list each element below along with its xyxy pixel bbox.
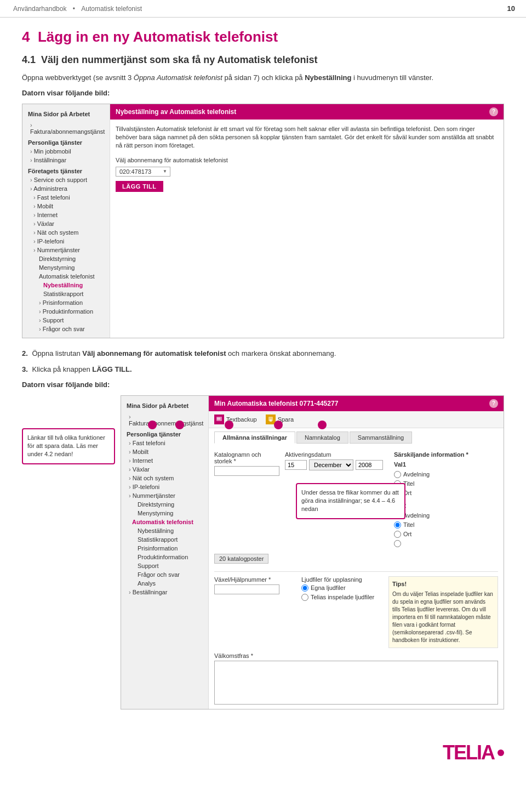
sidebar-service[interactable]: Service och support (22, 175, 110, 184)
sidebar2-mobilt[interactable]: Mobilt (121, 447, 208, 456)
callout-center-text: Under dessa tre flikar kommer du att gör… (301, 489, 399, 513)
textbackup-icon (214, 414, 224, 424)
tips-box: Tips! Om du väljer Telias inspelade ljud… (388, 576, 498, 648)
sidebar-jobbmobil[interactable]: Min jobbmobil (22, 147, 110, 156)
welcome-label: Välkomstfras * (214, 652, 498, 659)
lower-left: Växel/Hjälpnummer * (214, 576, 296, 648)
sidebar-support[interactable]: Support (22, 316, 110, 325)
sidebar-vaxlar[interactable]: Växlar (22, 219, 110, 228)
sidebar-auto-tele[interactable]: Automatisk telefonist (22, 272, 110, 281)
circle-marker-1 (148, 421, 157, 429)
sidebar-administrera[interactable]: Administrera (22, 184, 110, 193)
sidebar-nybestallning[interactable]: Nybeställning (22, 281, 110, 289)
count-text: 20 katalogposter (214, 554, 268, 564)
svg-rect-4 (270, 419, 272, 422)
welcome-textarea[interactable] (214, 661, 498, 705)
panel-body-1: Tillvalstjänsten Automatisk telefonist ä… (110, 120, 504, 198)
sidebar-direktstyrning[interactable]: Direktstyrning (22, 254, 110, 263)
date-row: December (285, 459, 383, 470)
col-katalog: Katalognamn och storlek * (214, 451, 279, 549)
date-month-select[interactable]: December (309, 459, 353, 470)
tab-allman[interactable]: Allmänna inställningar (214, 431, 295, 444)
panel-header-title-1: Nybeställning av Automatisk telefonist (116, 108, 236, 116)
sidebar2-nybestallning[interactable]: Nybeställning (121, 526, 208, 535)
info-icon-2[interactable]: ? (489, 399, 498, 408)
val2-title: Val2 (394, 502, 498, 509)
step3-pre: Klicka på knappen LÄGG TILL. (32, 365, 132, 373)
breadcrumb: Användarhandbok • Automatisk telefonist (11, 5, 144, 13)
abonnemang-select-wrapper: 020:478173 (116, 167, 170, 177)
welcome-section: Välkomstfras * (214, 652, 498, 706)
callout-center: Under dessa tre flikar kommer du att gör… (296, 483, 405, 519)
section-41-heading: 4.1 Välj den nummertjänst som ska få ny … (22, 54, 504, 66)
textbackup-btn[interactable]: Textbackup (214, 414, 257, 424)
sidebar2-faktura[interactable]: Faktura/abonnemangstjänst (121, 412, 208, 428)
hjalpnummer-input[interactable] (214, 584, 279, 594)
sidebar-fast-telefoni[interactable]: Fast telefoni (22, 193, 110, 202)
sidebar2-nat[interactable]: Nät och system (121, 474, 208, 482)
sidebar-prisinformation[interactable]: Prisinformation (22, 298, 110, 307)
sidebar-installningar[interactable]: Inställningar (22, 156, 110, 164)
sidebar2-support[interactable]: Support (121, 561, 208, 570)
info-icon[interactable]: ? (489, 107, 498, 116)
sidebar-internet[interactable]: Internet (22, 211, 110, 219)
sidebar-ip[interactable]: IP-telefoni (22, 237, 110, 246)
sidebar2-fast[interactable]: Fast telefoni (121, 439, 208, 447)
chapter-title: Lägg in en ny Automatisk telefonist (38, 29, 278, 45)
sidebar2-vaxlar[interactable]: Växlar (121, 465, 208, 474)
sidebar2-bestallningar[interactable]: Beställningar (121, 588, 208, 597)
val1-radio-ort: Ort (394, 490, 498, 497)
sidebar-2: Mina Sidor på Arbetet Faktura/abonnemang… (121, 396, 209, 709)
sidebar-1-title: Mina Sidor på Arbetet (22, 109, 110, 121)
sidebar2-statistik[interactable]: Statistikrapport (121, 535, 208, 544)
step2-text: 2. Öppna listrutan Välj abonnemang för a… (22, 348, 504, 359)
lagg-till-row: LÄGG TILL (116, 181, 498, 192)
sidebar-produktinfo[interactable]: Produktinformation (22, 307, 110, 316)
step1-text-pre: Öppna webbverktyget (se avsnitt 3 (22, 73, 134, 82)
lower-right: Tips! Om du väljer Telias inspelade ljud… (388, 576, 498, 648)
telia-logo-dot (498, 749, 504, 756)
sidebar-menystyrning[interactable]: Menystyrning (22, 263, 110, 272)
sidebar2-internet[interactable]: Internet (121, 456, 208, 465)
page-number: 10 (507, 4, 515, 13)
sidebar2-direktstyrning[interactable]: Direktstyrning (121, 500, 208, 509)
tabs-bar: Allmänna inställningar Namnkatalog Samma… (209, 431, 504, 444)
val2-titel-label: Titel (403, 521, 414, 528)
sidebar2-fragor[interactable]: Frågor och svar (121, 570, 208, 579)
step3-number: 3. (22, 365, 28, 373)
sidebar2-analys[interactable]: Analys (121, 579, 208, 588)
val2-radio-ort: Ort (394, 531, 498, 538)
panel-header-title-2: Min Automatiska telefonist 0771-445277 (214, 400, 338, 407)
tab-namnkatalog[interactable]: Namnkatalog (296, 431, 348, 444)
section-number: 4.1 (22, 54, 36, 65)
sidebar-nummertjanster[interactable]: Nummertjänster (22, 246, 110, 254)
toolbar-2: Textbackup Spara (209, 411, 504, 428)
lagg-till-button[interactable]: LÄGG TILL (116, 181, 163, 192)
svg-rect-1 (217, 418, 220, 418)
sidebar2-meny[interactable]: Menystyrning (121, 509, 208, 518)
sidebar-mobilt[interactable]: Mobilt (22, 202, 110, 211)
sidebar2-produkt[interactable]: Produktinformation (121, 553, 208, 561)
date-year-input[interactable] (356, 460, 383, 470)
main-panel-1: Nybeställning av Automatisk telefonist ?… (110, 104, 504, 338)
sidebar2-nummertjanster[interactable]: Nummertjänster (121, 491, 208, 500)
breadcrumb-part2: Automatisk telefonist (81, 5, 142, 13)
lower-form: Växel/Hjälpnummer * Ljudfiler för upplas… (214, 571, 498, 648)
abonnemang-select[interactable]: 020:478173 (116, 167, 170, 177)
date-day-input[interactable] (285, 460, 307, 470)
lower-left-label: Växel/Hjälpnummer * (214, 576, 296, 583)
sidebar-faktura[interactable]: Faktura/abonnemangstjänst (22, 121, 110, 136)
val2-radio-avdelning: Avdelning (394, 512, 498, 519)
sidebar-fragor[interactable]: Frågor och svar (22, 325, 110, 333)
sidebar2-pris[interactable]: Prisinformation (121, 544, 208, 553)
callout-left: Länkar till två olika funktioner för att… (22, 428, 115, 464)
lower-middle: Ljudfiler för upplasning Egna ljudfiler … (301, 576, 383, 648)
sidebar2-ip[interactable]: IP-telefoni (121, 482, 208, 491)
val1-radio-titel: Titel (394, 480, 498, 487)
katalog-input[interactable] (214, 466, 279, 476)
sidebar-nat[interactable]: Nät och system (22, 228, 110, 237)
sidebar2-auto[interactable]: Automatisk telefonist (121, 518, 208, 526)
sidebar-statistikrapport[interactable]: Statistikrapport (22, 289, 110, 298)
tab-sammanstalning[interactable]: Sammanställning (350, 431, 412, 444)
step3-text: 3. Klicka på knappen LÄGG TILL. (22, 364, 504, 375)
